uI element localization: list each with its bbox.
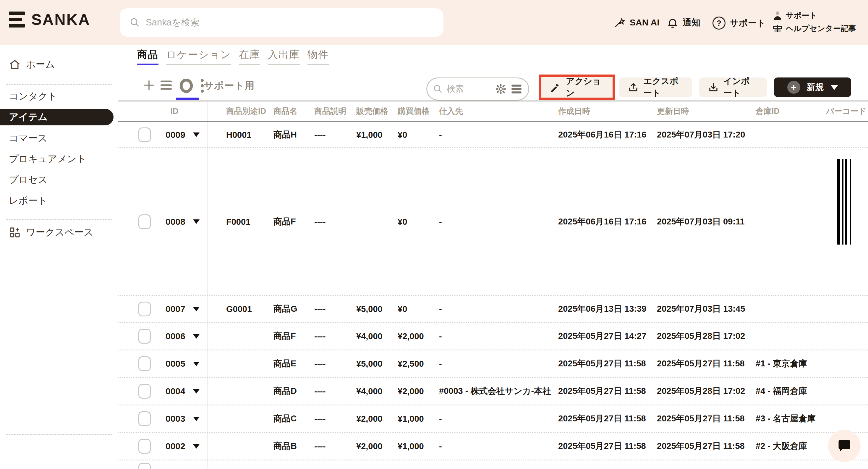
sidebar-item-workspace[interactable]: ワークスペース [0,224,118,241]
row-checkbox[interactable] [138,127,151,142]
tab-property[interactable]: 物件 [307,48,329,65]
tab-locations[interactable]: ロケーション [166,48,231,65]
cell-supplier: - [439,304,442,314]
sidebar-item-procurement[interactable]: プロキュアメント [0,151,118,167]
row-id-text: 0004 [165,386,185,396]
sanka-logo[interactable]: SANKA [9,11,90,28]
row-expand-caret-icon[interactable] [193,307,199,311]
row-id-cell[interactable]: 0006 [165,331,199,341]
notifications-button[interactable]: 通知 [667,17,701,29]
column-header-created[interactable]: 作成日時 [558,101,590,121]
sidebar-item-items[interactable]: アイテム [0,109,114,125]
cell-desc: ---- [314,332,326,341]
sidebar-item-contacts[interactable]: コンタクト [0,88,118,105]
import-button[interactable]: インポート [699,77,767,97]
cell-name: 商品E [274,358,296,370]
column-header-supplier[interactable]: 仕入先 [439,101,463,121]
column-header-warehouse[interactable]: 倉庫ID [756,101,780,121]
column-header-name[interactable]: 商品名 [274,101,298,121]
row-checkbox[interactable] [138,302,151,316]
search-icon [433,84,442,94]
row-checkbox[interactable] [138,214,151,229]
row-id-cell[interactable]: 0003 [165,414,199,424]
current-view-name[interactable]: サポート用 [204,79,255,92]
account-support-item[interactable]: サポート [772,9,861,22]
chevron-down-icon [831,85,838,90]
column-header-updated[interactable]: 更新日時 [657,101,689,121]
row-id-cell[interactable]: 0004 [165,386,199,396]
cell-updated: 2025年07月03日 13:45 [657,303,745,315]
tab-stock[interactable]: 在庫 [239,48,260,65]
cell-sell-price: ¥4,000 [356,386,382,396]
cell-buy-price: ¥2,000 [398,332,424,341]
cell-updated: 2025年07月03日 17:20 [657,129,745,141]
row-expand-caret-icon[interactable] [193,417,199,421]
row-checkbox[interactable] [138,384,151,399]
help-articles-icon [772,23,783,34]
row-id-cell[interactable]: 0002 [165,441,199,451]
sidebar-item-commerce[interactable]: コマース [0,130,118,147]
question-circle-icon: ? [712,17,725,30]
account-menu[interactable]: サポート ヘルプセンター記事 [772,9,861,35]
row-id-text: 0009 [165,130,185,140]
table-search-input[interactable]: 検索 [426,77,529,100]
row-id-cell[interactable]: 0005 [165,359,199,369]
row-checkbox-partial[interactable] [138,463,151,469]
circle-view-icon[interactable] [179,78,194,93]
row-checkbox[interactable] [138,329,151,344]
row-id-cell[interactable]: 0008 [165,217,199,227]
cell-created: 2025年05月27日 14:27 [558,330,646,342]
table-search-placeholder: 検索 [447,83,491,95]
row-expand-caret-icon[interactable] [193,219,199,224]
row-expand-caret-icon[interactable] [193,444,199,448]
cell-alt-id: G0001 [226,304,252,314]
table-row: 0005商品E----¥5,000¥2,500-2025年05月27日 11:5… [118,350,868,378]
tab-products[interactable]: 商品 [137,48,158,65]
new-item-button[interactable]: + 新規 [774,77,851,97]
column-header-buy-price[interactable]: 購買価格 [398,101,430,121]
top-header: SANKA Sankaを検索 SAN AI 通知 ? サ [0,0,868,45]
sidebar-item-home[interactable]: ホーム [0,56,118,73]
row-checkbox[interactable] [138,411,151,426]
column-header-sell-price[interactable]: 販売価格 [356,101,388,121]
row-expand-caret-icon[interactable] [193,334,199,339]
row-expand-caret-icon[interactable] [193,362,199,366]
cell-sell-price: ¥5,000 [356,304,382,314]
sidebar-item-reports[interactable]: レポート [0,192,118,209]
actions-button[interactable]: アクション [541,77,613,98]
filter-lines-icon[interactable] [510,84,522,94]
list-view-icon[interactable] [160,79,173,91]
gear-icon[interactable] [495,84,506,95]
cell-created: 2025年05月27日 11:58 [558,358,646,370]
list-toolbar: サポート用 検索 [118,74,868,100]
cell-buy-price: ¥1,000 [398,441,424,451]
cell-supplier: - [439,359,442,369]
add-view-button[interactable] [143,79,156,92]
help-center-item[interactable]: ヘルプセンター記事 [772,22,861,35]
column-header-id[interactable]: ID [157,101,192,121]
cell-name: 商品F [274,216,296,228]
support-button[interactable]: ? サポート [712,17,766,30]
row-checkbox[interactable] [138,439,151,454]
sidebar-item-process[interactable]: プロセス [0,171,118,188]
row-id-cell[interactable]: 0007 [165,304,199,314]
row-expand-caret-icon[interactable] [193,389,199,394]
column-header-alt-id[interactable]: 商品別途ID [226,101,266,121]
table-row: 0004商品D----¥4,000¥2,000#0003 - 株式会社サンカ-本… [118,378,868,405]
row-checkbox[interactable] [138,356,151,371]
san-ai-button[interactable]: SAN AI [614,17,659,28]
global-search-placeholder: Sankaを検索 [146,16,199,29]
global-search-input[interactable]: Sankaを検索 [120,8,443,37]
table-header-row: ID 商品別途ID 商品名 商品説明 販売価格 購買価格 仕入先 作成日時 更新… [118,101,868,122]
cell-updated: 2025年05月27日 11:58 [657,358,745,370]
cell-supplier: - [439,441,442,451]
row-id-cell[interactable]: 0009 [165,130,199,140]
row-expand-caret-icon[interactable] [193,132,199,137]
cell-desc: ---- [314,414,326,424]
export-button[interactable]: エクスポート [619,77,692,97]
tab-in-out[interactable]: 入出庫 [268,48,300,65]
column-header-desc[interactable]: 商品説明 [314,101,346,121]
chat-button[interactable] [828,430,861,462]
column-header-barcode[interactable]: バーコード [826,101,868,121]
cell-name: 商品F [274,330,296,342]
